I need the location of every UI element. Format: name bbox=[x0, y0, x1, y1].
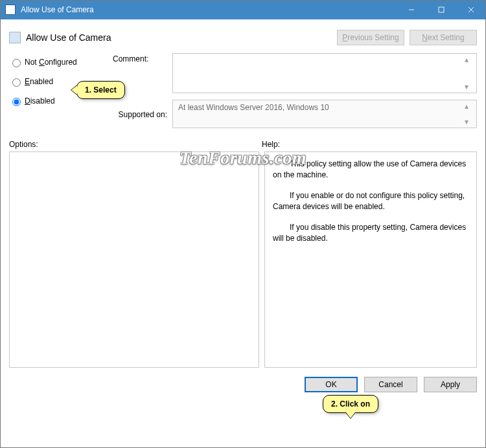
dialog-buttons: OK Cancel Apply bbox=[0, 368, 486, 392]
comment-textarea[interactable]: ▴▾ bbox=[172, 53, 477, 93]
radio-not-configured-input[interactable] bbox=[12, 59, 21, 67]
nav-buttons: Previous Setting Next Setting bbox=[337, 30, 477, 45]
window-buttons bbox=[397, 0, 486, 19]
field-column: Comment: ▴▾ Supported on: At least Windo… bbox=[113, 53, 477, 135]
supported-row: Supported on: At least Windows Server 20… bbox=[113, 100, 477, 128]
panes-row: This policy setting allow the use of Cam… bbox=[0, 151, 486, 368]
window-title: Allow Use of Camera bbox=[21, 5, 397, 14]
comment-scroll-icons: ▴▾ bbox=[465, 54, 475, 93]
help-paragraph: If you disable this property setting, Ca… bbox=[273, 222, 469, 245]
previous-setting-button[interactable]: Previous Setting bbox=[337, 30, 404, 45]
next-setting-button[interactable]: Next Setting bbox=[410, 30, 477, 45]
radio-enabled-input[interactable] bbox=[12, 78, 21, 87]
minimize-button[interactable] bbox=[397, 0, 426, 19]
header-row: Allow Use of Camera Previous Setting Nex… bbox=[0, 19, 486, 49]
radio-disabled-input[interactable] bbox=[12, 98, 21, 106]
radio-not-configured[interactable]: Not Configured bbox=[9, 53, 113, 71]
supported-label: Supported on: bbox=[113, 109, 172, 119]
annotation-step1: 1. Select bbox=[76, 81, 125, 99]
title-bar: Allow Use of Camera bbox=[0, 0, 486, 19]
options-label: Options: bbox=[9, 140, 262, 149]
supported-on-value: At least Windows Server 2016, Windows 10 bbox=[178, 103, 329, 112]
svg-rect-1 bbox=[439, 7, 444, 12]
next-label: ext Setting bbox=[428, 33, 465, 42]
annotation-step2: 2. Click on bbox=[323, 395, 378, 413]
panes-header: Options: Help: bbox=[0, 137, 486, 151]
supported-on-box: At least Windows Server 2016, Windows 10… bbox=[172, 100, 477, 128]
cancel-button[interactable]: Cancel bbox=[364, 377, 417, 392]
comment-row: Comment: ▴▾ bbox=[113, 53, 477, 93]
prev-label: revious Setting bbox=[347, 33, 399, 42]
close-button[interactable] bbox=[456, 0, 486, 19]
radio-enabled-label: Enabled bbox=[25, 77, 53, 86]
window-icon bbox=[5, 5, 16, 15]
radio-not-configured-label: Not Configured bbox=[25, 58, 77, 67]
help-paragraph: If you enable or do not configure this p… bbox=[273, 190, 469, 213]
maximize-button[interactable] bbox=[426, 0, 456, 19]
help-pane: This policy setting allow the use of Cam… bbox=[264, 151, 477, 368]
policy-icon bbox=[9, 32, 21, 43]
ok-button[interactable]: OK bbox=[305, 377, 358, 392]
help-paragraph: This policy setting allow the use of Cam… bbox=[273, 159, 469, 181]
supported-scroll-icons: ▴▾ bbox=[465, 100, 475, 128]
page-heading: Allow Use of Camera bbox=[26, 32, 337, 43]
help-label: Help: bbox=[262, 140, 280, 149]
apply-button[interactable]: Apply bbox=[424, 377, 477, 392]
radio-disabled-label: Disabled bbox=[25, 96, 55, 106]
options-pane bbox=[9, 151, 259, 368]
